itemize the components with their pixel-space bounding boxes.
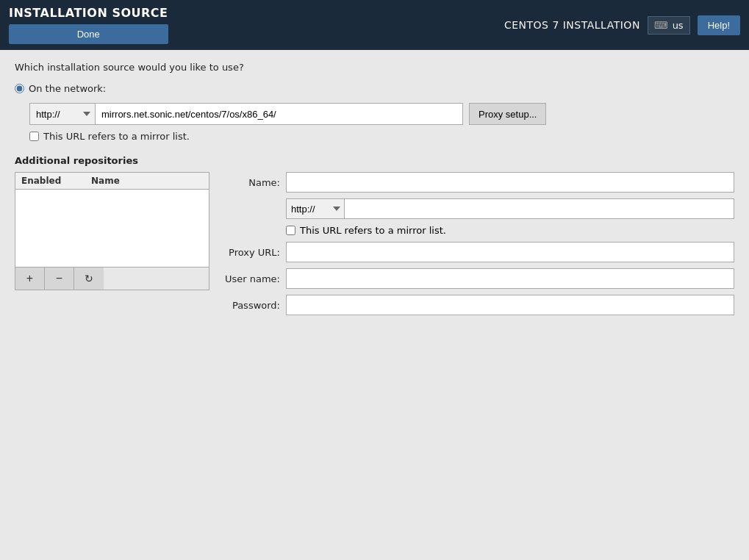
repo-name-label: Name: xyxy=(221,177,280,188)
proxy-url-input[interactable] xyxy=(286,242,734,262)
repo-name-row: Name: xyxy=(221,172,734,193)
proxy-url-label: Proxy URL: xyxy=(221,247,280,258)
user-name-input[interactable] xyxy=(286,268,734,289)
user-name-row: User name: xyxy=(221,268,734,289)
main-content: Which installation source would you like… xyxy=(0,50,749,327)
repo-url-field-group: http:// https:// ftp:// nfs:// xyxy=(286,198,734,219)
repo-url-row: http:// https:// ftp:// nfs:// xyxy=(221,198,734,219)
refresh-repo-button[interactable]: ↻ xyxy=(74,268,104,290)
repos-buttons: + − ↻ xyxy=(15,268,209,290)
additional-repos-title: Additional repositories xyxy=(15,155,734,166)
keyboard-widget[interactable]: ⌨ us xyxy=(648,16,690,35)
proxy-url-row: Proxy URL: xyxy=(221,242,734,262)
repo-mirror-row: This URL refers to a mirror list. xyxy=(286,225,734,236)
mirror-list-row: This URL refers to a mirror list. xyxy=(29,131,734,142)
col-name: Name xyxy=(91,176,120,186)
user-name-label: User name: xyxy=(221,273,280,284)
repo-protocol-select[interactable]: http:// https:// ftp:// nfs:// xyxy=(286,198,345,219)
repos-table-header: Enabled Name xyxy=(15,173,209,190)
done-button[interactable]: Done xyxy=(9,24,168,44)
on-network-row: On the network: xyxy=(15,83,734,94)
repo-mirror-label: This URL refers to a mirror list. xyxy=(300,225,446,236)
centos-title: CENTOS 7 INSTALLATION xyxy=(504,19,640,31)
header-right: CENTOS 7 INSTALLATION ⌨ us Help! xyxy=(504,15,740,35)
password-label: Password: xyxy=(221,300,280,311)
repos-right: Name: http:// https:// ftp:// nfs:// xyxy=(221,172,734,315)
keyboard-lang: us xyxy=(673,20,684,31)
url-input[interactable] xyxy=(96,103,463,125)
repos-layout: Enabled Name + − ↻ Name: xyxy=(15,172,734,315)
header: INSTALLATION SOURCE Done CENTOS 7 INSTAL… xyxy=(0,0,749,50)
repos-table-body xyxy=(15,190,209,263)
repos-table: Enabled Name xyxy=(15,172,209,268)
repo-mirror-checkbox[interactable] xyxy=(286,226,295,235)
on-network-radio[interactable] xyxy=(15,84,24,93)
url-row: http:// https:// ftp:// nfs:// Proxy set… xyxy=(29,103,734,125)
password-row: Password: xyxy=(221,295,734,315)
mirror-list-checkbox[interactable] xyxy=(29,132,39,141)
add-repo-button[interactable]: + xyxy=(15,268,45,290)
proxy-setup-button[interactable]: Proxy setup... xyxy=(469,103,546,125)
help-button[interactable]: Help! xyxy=(698,15,740,35)
protocol-select[interactable]: http:// https:// ftp:// nfs:// xyxy=(29,103,96,125)
header-left: INSTALLATION SOURCE Done xyxy=(9,6,168,44)
col-enabled: Enabled xyxy=(21,176,62,186)
remove-repo-button[interactable]: − xyxy=(45,268,74,290)
page-title: INSTALLATION SOURCE xyxy=(9,6,168,20)
repos-left: Enabled Name + − ↻ xyxy=(15,172,209,290)
keyboard-icon: ⌨ xyxy=(654,20,668,31)
source-question: Which installation source would you like… xyxy=(15,62,734,73)
repo-url-input[interactable] xyxy=(345,198,734,219)
mirror-list-label: This URL refers to a mirror list. xyxy=(43,131,190,142)
repo-name-input[interactable] xyxy=(286,172,734,193)
password-input[interactable] xyxy=(286,295,734,315)
on-network-label: On the network: xyxy=(29,83,106,94)
